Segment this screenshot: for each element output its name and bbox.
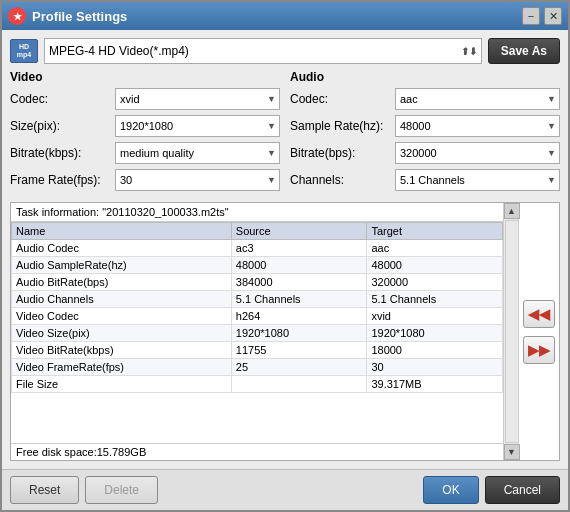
audio-section-title: Audio — [290, 70, 560, 84]
table-row: Audio SampleRate(hz)4800048000 — [12, 257, 503, 274]
window-controls: − ✕ — [522, 7, 562, 25]
cell-name: Video Codec — [12, 308, 232, 325]
table-row: Audio Channels5.1 Channels5.1 Channels — [12, 291, 503, 308]
video-size-select[interactable]: 1920*1080 — [115, 115, 280, 137]
preset-row: HDmp4 MPEG-4 HD Video(*.mp4) ⬆⬇ Save As — [10, 38, 560, 64]
preset-select-wrapper: MPEG-4 HD Video(*.mp4) ⬆⬇ — [44, 38, 482, 64]
cell-target: 48000 — [367, 257, 503, 274]
cell-source: 5.1 Channels — [231, 291, 367, 308]
table-row: Video Codech264xvid — [12, 308, 503, 325]
cell-name: Audio BitRate(bps) — [12, 274, 232, 291]
video-framerate-select[interactable]: 30 — [115, 169, 280, 191]
video-codec-row: Codec: xvid — [10, 88, 280, 110]
app-icon: ★ — [8, 7, 26, 25]
audio-samplerate-label: Sample Rate(hz): — [290, 119, 395, 133]
col-name: Name — [12, 223, 232, 240]
main-content: HDmp4 MPEG-4 HD Video(*.mp4) ⬆⬇ Save As … — [2, 30, 568, 469]
cell-source: h264 — [231, 308, 367, 325]
window-title: Profile Settings — [32, 9, 522, 24]
table-row: Audio Codecac3aac — [12, 240, 503, 257]
cell-target: xvid — [367, 308, 503, 325]
table-header-row: Name Source Target — [12, 223, 503, 240]
scroll-up-arrow[interactable]: ▲ — [504, 203, 520, 219]
scroll-down-arrow[interactable]: ▼ — [504, 444, 520, 460]
audio-samplerate-select[interactable]: 48000 — [395, 115, 560, 137]
col-source: Source — [231, 223, 367, 240]
info-panel: Task information: "20110320_100033.m2ts"… — [10, 202, 560, 461]
video-bitrate-select[interactable]: medium quality — [115, 142, 280, 164]
minimize-button[interactable]: − — [522, 7, 540, 25]
cell-source: 25 — [231, 359, 367, 376]
footer: Reset Delete OK Cancel — [2, 469, 568, 510]
cell-target: 320000 — [367, 274, 503, 291]
audio-bitrate-row: Bitrate(bps): 320000 — [290, 142, 560, 164]
free-disk: Free disk space:15.789GB — [11, 443, 503, 460]
table-container[interactable]: Name Source Target Audio Codecac3aacAudi… — [11, 222, 503, 443]
audio-bitrate-select-wrapper: 320000 — [395, 142, 560, 164]
audio-codec-select[interactable]: aac — [395, 88, 560, 110]
prev-button[interactable]: ◀◀ — [523, 300, 555, 328]
preset-select[interactable]: MPEG-4 HD Video(*.mp4) — [44, 38, 482, 64]
save-as-button[interactable]: Save As — [488, 38, 560, 64]
video-framerate-select-wrapper: 30 — [115, 169, 280, 191]
profile-settings-window: ★ Profile Settings − ✕ HDmp4 MPEG-4 HD V… — [0, 0, 570, 512]
audio-bitrate-select[interactable]: 320000 — [395, 142, 560, 164]
video-section-title: Video — [10, 70, 280, 84]
cell-name: Video BitRate(kbps) — [12, 342, 232, 359]
audio-samplerate-row: Sample Rate(hz): 48000 — [290, 115, 560, 137]
reset-button[interactable]: Reset — [10, 476, 79, 504]
delete-button[interactable]: Delete — [85, 476, 158, 504]
scrollbar[interactable]: ▲ ▼ — [503, 203, 519, 460]
audio-channels-select-wrapper: 5.1 Channels — [395, 169, 560, 191]
cell-source: 384000 — [231, 274, 367, 291]
cell-name: Video FrameRate(fps) — [12, 359, 232, 376]
preset-icon: HDmp4 — [10, 39, 38, 63]
settings-columns: Video Codec: xvid Size(pix): 1920*1080 — [10, 70, 560, 196]
table-row: File Size39.317MB — [12, 376, 503, 393]
cell-target: 30 — [367, 359, 503, 376]
info-content: Task information: "20110320_100033.m2ts"… — [11, 203, 503, 460]
audio-channels-row: Channels: 5.1 Channels — [290, 169, 560, 191]
next-button[interactable]: ▶▶ — [523, 336, 555, 364]
video-bitrate-label: Bitrate(kbps): — [10, 146, 115, 160]
table-row: Video Size(pix)1920*10801920*1080 — [12, 325, 503, 342]
task-info: Task information: "20110320_100033.m2ts" — [11, 203, 503, 222]
cell-source: 11755 — [231, 342, 367, 359]
video-framerate-label: Frame Rate(fps): — [10, 173, 115, 187]
audio-channels-label: Channels: — [290, 173, 395, 187]
video-bitrate-row: Bitrate(kbps): medium quality — [10, 142, 280, 164]
cancel-button[interactable]: Cancel — [485, 476, 560, 504]
ok-button[interactable]: OK — [423, 476, 478, 504]
video-size-select-wrapper: 1920*1080 — [115, 115, 280, 137]
cell-target: 1920*1080 — [367, 325, 503, 342]
audio-codec-select-wrapper: aac — [395, 88, 560, 110]
video-size-row: Size(pix): 1920*1080 — [10, 115, 280, 137]
video-size-label: Size(pix): — [10, 119, 115, 133]
cell-name: Audio SampleRate(hz) — [12, 257, 232, 274]
audio-section: Audio Codec: aac Sample Rate(hz): 48000 — [290, 70, 560, 196]
scroll-track[interactable] — [505, 220, 519, 443]
col-target: Target — [367, 223, 503, 240]
audio-codec-label: Codec: — [290, 92, 395, 106]
cell-source — [231, 376, 367, 393]
video-framerate-row: Frame Rate(fps): 30 — [10, 169, 280, 191]
cell-target: 5.1 Channels — [367, 291, 503, 308]
close-button[interactable]: ✕ — [544, 7, 562, 25]
cell-target: 18000 — [367, 342, 503, 359]
cell-source: 48000 — [231, 257, 367, 274]
cell-name: Video Size(pix) — [12, 325, 232, 342]
audio-bitrate-label: Bitrate(bps): — [290, 146, 395, 160]
title-bar: ★ Profile Settings − ✕ — [2, 2, 568, 30]
info-table: Name Source Target Audio Codecac3aacAudi… — [11, 222, 503, 393]
cell-source: 1920*1080 — [231, 325, 367, 342]
audio-channels-select[interactable]: 5.1 Channels — [395, 169, 560, 191]
nav-controls: ◀◀ ▶▶ — [519, 203, 559, 460]
cell-target: aac — [367, 240, 503, 257]
video-codec-select[interactable]: xvid — [115, 88, 280, 110]
table-row: Video BitRate(kbps)1175518000 — [12, 342, 503, 359]
video-codec-label: Codec: — [10, 92, 115, 106]
video-bitrate-select-wrapper: medium quality — [115, 142, 280, 164]
footer-left: Reset Delete — [10, 476, 158, 504]
cell-source: ac3 — [231, 240, 367, 257]
video-section: Video Codec: xvid Size(pix): 1920*1080 — [10, 70, 280, 196]
